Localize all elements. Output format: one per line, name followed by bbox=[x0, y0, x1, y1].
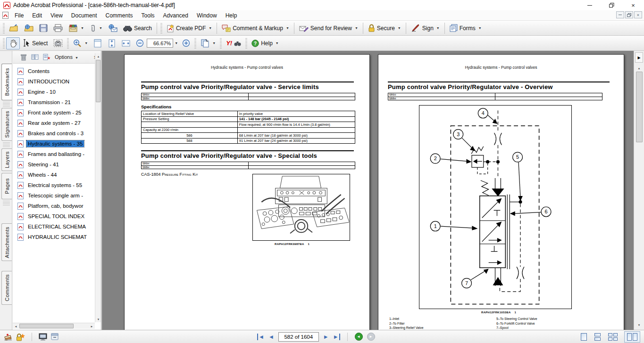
scroll-right-arrow[interactable]: ► bbox=[89, 323, 95, 329]
single-page-layout-button[interactable] bbox=[580, 332, 588, 342]
send-review-button[interactable]: Send for Review ▼ bbox=[296, 23, 361, 34]
bookmarks-vertical-scrollbar[interactable]: ▲ ▼ bbox=[95, 53, 101, 322]
doc-scroll-up-arrow[interactable]: ▲ bbox=[636, 65, 642, 71]
secure-button[interactable]: Secure ▼ bbox=[365, 22, 404, 34]
previous-page-button[interactable]: ◄ bbox=[268, 334, 274, 340]
menu-advanced[interactable]: Advanced bbox=[159, 11, 192, 20]
doc-minimize-button[interactable] bbox=[616, 11, 624, 18]
menu-document[interactable]: Document bbox=[67, 11, 101, 20]
tab-pages[interactable]: Pages bbox=[1, 173, 12, 199]
window-restore-button[interactable] bbox=[601, 0, 622, 10]
email-button[interactable] bbox=[105, 22, 120, 34]
first-page-button[interactable]: ◄ bbox=[257, 334, 264, 340]
delete-bookmark-icon[interactable] bbox=[20, 54, 27, 61]
menu-view[interactable]: View bbox=[46, 11, 67, 20]
screen-mode-icon[interactable] bbox=[39, 333, 47, 341]
scroll-down-arrow[interactable]: ▼ bbox=[95, 316, 101, 322]
toolbar-grip[interactable] bbox=[220, 38, 222, 49]
bookmark-item[interactable]: Brakes and controls - 3 bbox=[14, 128, 95, 139]
tab-attachments[interactable]: Attachments bbox=[1, 223, 12, 261]
fit-width-button[interactable] bbox=[119, 37, 133, 49]
yahoo-search-button[interactable]: Y! bbox=[223, 38, 244, 49]
toolbar-grip[interactable] bbox=[160, 23, 162, 33]
previous-view-button[interactable]: ◄ bbox=[355, 333, 363, 341]
next-page-button[interactable]: ► bbox=[323, 334, 329, 340]
two-up-layout-button[interactable] bbox=[624, 331, 640, 343]
bookmark-item[interactable]: INTRODUCTION bbox=[14, 76, 95, 87]
bookmark-item[interactable]: Transmission - 21 bbox=[14, 97, 95, 107]
zoom-level-dropdown-arrow[interactable]: ▼ bbox=[175, 41, 178, 45]
bookmark-item[interactable]: HYDRAULIC SCHEMAT bbox=[14, 232, 95, 242]
bookmark-item[interactable]: Steering - 41 bbox=[14, 159, 95, 170]
save-button[interactable] bbox=[36, 22, 50, 34]
bookmark-item[interactable]: Front axle system - 25 bbox=[14, 107, 95, 118]
tab-comments[interactable]: Comments bbox=[1, 271, 12, 305]
window-close-button[interactable]: × bbox=[622, 0, 644, 10]
select-tool-button[interactable]: Select bbox=[20, 37, 50, 49]
bookmark-item[interactable]: ELECTRICAL SCHEMA bbox=[14, 221, 95, 232]
scroll-left-arrow[interactable]: ◄ bbox=[13, 323, 19, 329]
bookmark-item[interactable]: Telescopic single arm - bbox=[14, 190, 95, 201]
doc-restore-button[interactable] bbox=[625, 11, 633, 18]
toolbar-grip[interactable] bbox=[194, 38, 196, 49]
bookmark-item[interactable]: Engine - 10 bbox=[14, 87, 95, 97]
bookmark-item[interactable]: Contents bbox=[14, 66, 95, 76]
fit-page-button[interactable] bbox=[105, 37, 119, 49]
facing-layout-button[interactable] bbox=[607, 332, 619, 342]
toolbar-grip[interactable] bbox=[67, 38, 69, 49]
window-options-icon[interactable] bbox=[51, 333, 59, 340]
menu-file[interactable]: File bbox=[10, 11, 28, 20]
zoom-in-button[interactable] bbox=[179, 37, 193, 49]
zoom-out-button[interactable] bbox=[133, 37, 147, 49]
organizer-button[interactable]: ▼ bbox=[66, 22, 87, 34]
bookmark-item[interactable]: SPECIAL TOOL INDEX bbox=[14, 211, 95, 221]
zoom-tool-button[interactable]: ▼ bbox=[70, 37, 91, 49]
snapshot-tool-button[interactable] bbox=[50, 37, 66, 49]
toolbar-grip[interactable] bbox=[3, 23, 5, 33]
tab-layers[interactable]: Layers bbox=[1, 148, 12, 171]
window-minimize-button[interactable] bbox=[579, 0, 601, 10]
menu-comments[interactable]: Comments bbox=[101, 11, 137, 20]
doc-scroll-down-arrow[interactable]: ▼ bbox=[636, 322, 642, 328]
next-view-button[interactable]: ► bbox=[367, 333, 375, 341]
bookmark-item[interactable]: Platform, cab, bodywor bbox=[14, 201, 95, 211]
tab-signatures[interactable]: Signatures bbox=[1, 108, 12, 141]
page-number-field[interactable]: 582 of 1604 bbox=[278, 332, 319, 342]
page-display-button[interactable]: ▼ bbox=[198, 37, 218, 49]
sign-button[interactable]: Sign ▼ bbox=[408, 22, 443, 34]
search-button[interactable]: Search bbox=[120, 23, 155, 33]
bookmark-item[interactable]: Frames and ballasting - bbox=[14, 149, 95, 159]
doc-scroll-thumb[interactable] bbox=[636, 72, 643, 142]
bookmark-item[interactable]: Rear axle system - 27 bbox=[14, 118, 95, 128]
zoom-level-field[interactable]: 66.67% bbox=[147, 39, 173, 48]
security-lock-icon[interactable] bbox=[16, 333, 25, 341]
menu-help[interactable]: Help bbox=[221, 11, 242, 20]
toolbar-grip[interactable] bbox=[245, 38, 247, 49]
scroll-thumb[interactable] bbox=[19, 324, 74, 328]
new-bookmark-icon[interactable] bbox=[43, 54, 50, 60]
continuous-layout-button[interactable] bbox=[594, 332, 602, 342]
expand-bookmark-icon[interactable] bbox=[31, 54, 39, 60]
bookmarks-options-button[interactable]: Options ▼ bbox=[55, 54, 78, 60]
actual-size-button[interactable] bbox=[91, 37, 105, 49]
print-button[interactable] bbox=[50, 22, 66, 34]
scroll-thumb[interactable] bbox=[96, 60, 100, 102]
toolbar-grip[interactable] bbox=[3, 38, 5, 49]
menu-edit[interactable]: Edit bbox=[28, 11, 46, 20]
create-pdf-button[interactable]: Create PDF ▼ bbox=[164, 22, 215, 34]
bookmark-item-selected[interactable]: Hydraulic systems - 35 bbox=[14, 139, 95, 149]
open-button[interactable] bbox=[6, 22, 21, 34]
bookmark-item[interactable]: Wheels - 44 bbox=[14, 170, 95, 180]
attach-button[interactable]: ▼ bbox=[87, 22, 105, 34]
organizer-open-button[interactable] bbox=[21, 22, 36, 34]
help-button[interactable]: ? Help ▼ bbox=[249, 38, 282, 49]
forms-button[interactable]: Forms ▼ bbox=[447, 22, 485, 34]
bookmarks-horizontal-scrollbar[interactable]: ◄ ► bbox=[13, 323, 95, 329]
howto-pane-toggle-button[interactable]: ▶ bbox=[635, 52, 643, 63]
doc-close-button[interactable]: × bbox=[634, 11, 642, 18]
menu-window[interactable]: Window bbox=[192, 11, 221, 20]
tab-bookmarks[interactable]: Bookmarks bbox=[1, 64, 12, 100]
scroll-up-arrow[interactable]: ▲ bbox=[95, 53, 101, 59]
menu-tools[interactable]: Tools bbox=[137, 11, 159, 20]
comment-markup-button[interactable]: Comment & Markup ▼ bbox=[219, 22, 292, 34]
